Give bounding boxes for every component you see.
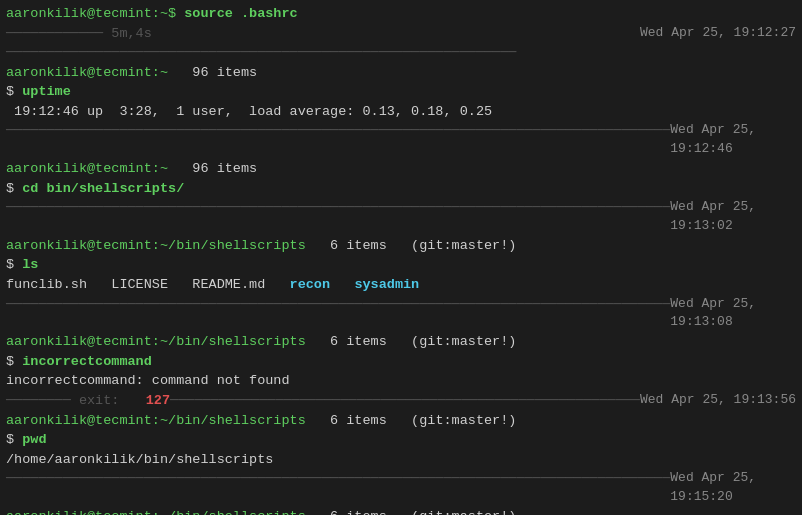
git-info-1: (git:master!): [411, 236, 516, 256]
timestamp-6: Wed Apr 25, 19:15:20: [670, 469, 796, 507]
prompt-symbol-5: $: [6, 430, 22, 450]
user-git-2: aaronkilik@tecmint:~/bin/shellscripts: [6, 332, 306, 352]
line-1: aaronkilik@tecmint:~$ source .bashrc: [6, 4, 796, 24]
line-cd: $ cd bin/shellscripts/: [6, 179, 796, 199]
ls-output: funclib.sh LICENSE README.md recon sysad…: [6, 275, 796, 295]
uptime-text: 19:12:46 up 3:28, 1 user, load average: …: [6, 102, 492, 122]
pwd-output: /home/aaronkilik/bin/shellscripts: [6, 450, 796, 470]
prompt-info-git-2: aaronkilik@tecmint:~/bin/shellscripts 6 …: [6, 332, 796, 352]
user-git-3: aaronkilik@tecmint:~/bin/shellscripts: [6, 411, 306, 431]
uptime-output: 19:12:46 up 3:28, 1 user, load average: …: [6, 102, 796, 122]
prompt-info-2: aaronkilik@tecmint:~ 96 items: [6, 159, 796, 179]
sep-1: ──────────── 5m,4s ─────────────────────…: [6, 24, 796, 63]
git-info-2: (git:master!): [411, 332, 516, 352]
pwd-text: /home/aaronkilik/bin/shellscripts: [6, 450, 273, 470]
timestamp-3: Wed Apr 25, 19:13:02: [670, 198, 796, 236]
git-info-4: (git:master!): [411, 507, 516, 515]
sep-5: ────────────────────────────────────────…: [6, 469, 796, 507]
user-git-1: aaronkilik@tecmint:~/bin/shellscripts: [6, 236, 306, 256]
file-funclib: funclib.sh LICENSE README.md: [6, 275, 290, 295]
prompt-info-1: aaronkilik@tecmint:~ 96 items: [6, 63, 796, 83]
error-text: incorrectcommand: command not found: [6, 371, 290, 391]
timestamp-4: Wed Apr 25, 19:13:08: [670, 295, 796, 333]
exit-code: 127: [146, 391, 170, 411]
cmd-cd: cd bin/shellscripts/: [22, 179, 184, 199]
sep-dashes-4: ────────────────────────────────────────…: [6, 295, 670, 333]
file-sysadmin: sysadmin: [354, 275, 419, 295]
cmd-pwd: pwd: [22, 430, 46, 450]
sep-3: ────────────────────────────────────────…: [6, 198, 796, 236]
file-recon: recon: [290, 275, 331, 295]
prompt-symbol-4: $: [6, 352, 22, 372]
sep-4: ────────────────────────────────────────…: [6, 295, 796, 333]
sep-dashes-exit-l: ──────── exit:: [6, 391, 146, 411]
error-output: incorrectcommand: command not found: [6, 371, 796, 391]
prompt-user: aaronkilik@tecmint:~$: [6, 4, 184, 24]
cmd-incorrect: incorrectcommand: [22, 352, 152, 372]
sep-dashes-exit-r: ────────────────────────────────────────…: [170, 391, 640, 411]
exit-sep: ──────── exit: 127 ─────────────────────…: [6, 391, 796, 411]
line-ls: $ ls: [6, 255, 796, 275]
sep-dashes-5: ────────────────────────────────────────…: [6, 469, 670, 507]
line-pwd: $ pwd: [6, 430, 796, 450]
timestamp-1: Wed Apr 25, 19:12:27: [640, 24, 796, 63]
cmd-uptime: uptime: [22, 82, 71, 102]
prompt-symbol: $: [6, 82, 22, 102]
git-info-3: (git:master!): [411, 411, 516, 431]
prompt-symbol-3: $: [6, 255, 22, 275]
prompt-symbol-2: $: [6, 179, 22, 199]
user-2: aaronkilik@tecmint:~: [6, 159, 168, 179]
prompt-info-git-4: aaronkilik@tecmint:~/bin/shellscripts 6 …: [6, 507, 796, 515]
sep-dashes-3: ────────────────────────────────────────…: [6, 198, 670, 236]
sep-dashes: ──────────── 5m,4s ─────────────────────…: [6, 24, 640, 63]
sep-dashes-2: ────────────────────────────────────────…: [6, 121, 670, 159]
user-1: aaronkilik@tecmint:~: [6, 63, 168, 83]
sep-2: ────────────────────────────────────────…: [6, 121, 796, 159]
cmd-source: source .bashrc: [184, 4, 297, 24]
line-incorrect: $ incorrectcommand: [6, 352, 796, 372]
cmd-ls: ls: [22, 255, 38, 275]
prompt-info-git-3: aaronkilik@tecmint:~/bin/shellscripts 6 …: [6, 411, 796, 431]
terminal: aaronkilik@tecmint:~$ source .bashrc ───…: [0, 0, 802, 515]
line-uptime: $ uptime: [6, 82, 796, 102]
prompt-info-git-1: aaronkilik@tecmint:~/bin/shellscripts 6 …: [6, 236, 796, 256]
user-git-4: aaronkilik@tecmint:~/bin/shellscripts: [6, 507, 306, 515]
timestamp-5: Wed Apr 25, 19:13:56: [640, 391, 796, 411]
timestamp-2: Wed Apr 25, 19:12:46: [670, 121, 796, 159]
